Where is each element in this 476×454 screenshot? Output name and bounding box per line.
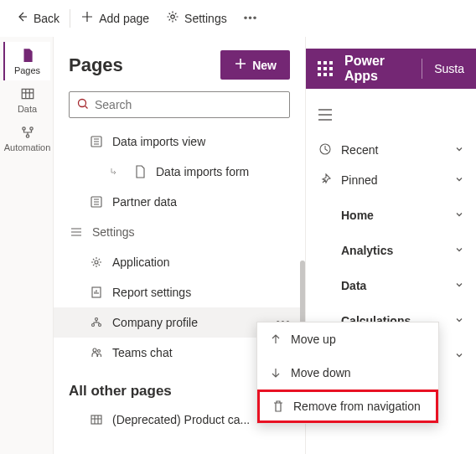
app-header: Power Apps Susta [306, 49, 476, 89]
nav-item-data-imports-view[interactable]: Data imports view [54, 126, 305, 157]
nav-item-application[interactable]: Application [54, 247, 305, 277]
gear-icon [89, 255, 104, 270]
org-icon [89, 315, 104, 330]
nav-item-data-imports-form[interactable]: Data imports form [54, 157, 305, 187]
rail-data-label: Data [18, 104, 37, 114]
list-view-icon [89, 134, 104, 149]
context-label: Remove from navigation [293, 400, 421, 413]
svg-point-13 [93, 348, 96, 352]
chevron-down-icon [454, 143, 464, 157]
svg-point-10 [96, 318, 98, 321]
search-box[interactable] [69, 91, 290, 118]
nav-group-label: Settings [92, 225, 135, 239]
back-button[interactable]: Back [7, 5, 68, 31]
sidebar-label: Home [318, 209, 374, 222]
context-move-down[interactable]: Move down [257, 356, 438, 390]
nav-item-label: Data imports form [156, 165, 249, 178]
clock-icon [318, 142, 333, 158]
rail-data[interactable]: Data [3, 80, 50, 119]
pages-title: Pages [69, 54, 123, 76]
new-label: New [252, 59, 277, 72]
group-icon [69, 224, 84, 240]
settings-label: Settings [184, 12, 227, 25]
list-view-icon [89, 194, 104, 209]
nav-item-label: Company profile [112, 316, 198, 329]
plus-icon [234, 57, 247, 73]
search-input[interactable] [95, 98, 282, 111]
svg-point-11 [92, 324, 95, 327]
nav-item-label: Application [112, 255, 170, 269]
svg-point-5 [79, 99, 86, 106]
command-bar: Back Add page Settings ••• [0, 0, 476, 37]
separator [70, 9, 70, 28]
rail-automation-label: Automation [4, 142, 51, 152]
rail-pages[interactable]: Pages [3, 42, 50, 80]
gear-icon [166, 10, 179, 26]
rail-pages-label: Pages [14, 65, 40, 75]
settings-button[interactable]: Settings [158, 5, 235, 31]
chevron-down-icon [454, 314, 464, 328]
env-name: Susta [434, 62, 464, 75]
sidebar-label: Recent [341, 143, 378, 157]
chevron-down-icon [454, 209, 464, 222]
nav-item-label: Teams chat [112, 346, 173, 359]
svg-point-12 [99, 324, 101, 327]
pages-header: Pages New [54, 45, 305, 91]
sidebar-analytics[interactable]: Analytics [318, 235, 464, 266]
svg-point-2 [22, 127, 24, 130]
chevron-down-icon [454, 349, 464, 363]
svg-rect-1 [22, 89, 34, 98]
context-label: Move up [291, 333, 336, 346]
sidebar-label: Data [318, 279, 366, 292]
left-rail: Pages Data Automation [0, 37, 53, 454]
sidebar-data[interactable]: Data [318, 271, 464, 301]
svg-point-14 [98, 350, 101, 353]
more-button[interactable]: ••• [235, 7, 266, 29]
svg-point-3 [29, 127, 32, 130]
context-remove-from-navigation[interactable]: Remove from navigation [257, 390, 438, 423]
rail-automation[interactable]: Automation [3, 119, 50, 157]
svg-point-4 [26, 135, 28, 137]
flow-icon [19, 124, 36, 141]
report-icon [89, 285, 104, 300]
add-page-button[interactable]: Add page [72, 5, 158, 31]
trash-icon [272, 400, 285, 413]
ellipsis-icon: ••• [244, 12, 258, 24]
pin-icon [318, 173, 333, 188]
context-menu: Move up Move down Remove from navigation [256, 322, 439, 424]
nav-item-report-settings[interactable]: Report settings [54, 277, 305, 307]
hamburger-button[interactable] [318, 106, 464, 135]
nav-group-settings[interactable]: Settings [54, 217, 305, 247]
new-button[interactable]: New [220, 50, 290, 80]
context-label: Move down [291, 366, 351, 379]
chevron-down-icon [454, 173, 464, 187]
divider [422, 59, 422, 79]
add-page-label: Add page [99, 12, 149, 25]
svg-rect-15 [91, 415, 101, 424]
table-icon [19, 85, 36, 102]
back-label: Back [34, 12, 60, 25]
form-icon [132, 164, 147, 179]
search-wrap [54, 91, 305, 126]
chevron-down-icon [454, 279, 464, 292]
search-icon [76, 97, 90, 113]
arrow-up-icon [269, 333, 282, 346]
table-icon [89, 412, 104, 427]
page-icon [19, 47, 36, 64]
app-name: Power Apps [344, 54, 410, 84]
nav-item-partner-data[interactable]: Partner data [54, 187, 305, 217]
waffle-icon[interactable] [318, 61, 333, 76]
subitem-icon [109, 164, 124, 179]
sidebar-recent[interactable]: Recent [318, 135, 464, 165]
chevron-down-icon [454, 244, 464, 257]
teams-icon [89, 345, 104, 360]
nav-item-label: Partner data [112, 195, 177, 209]
nav-item-label: Report settings [112, 286, 191, 299]
svg-point-0 [171, 15, 174, 18]
sidebar-pinned[interactable]: Pinned [318, 165, 464, 195]
other-page-label: (Deprecated) Product ca... [112, 413, 250, 426]
sidebar-home[interactable]: Home [318, 200, 464, 230]
plus-icon [80, 10, 94, 26]
arrow-down-icon [269, 366, 282, 379]
context-move-up[interactable]: Move up [257, 322, 438, 356]
